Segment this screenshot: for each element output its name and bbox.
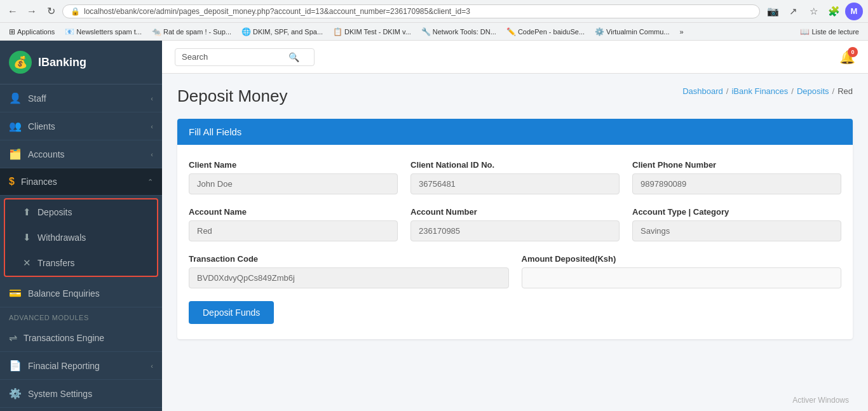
amount-deposited-label: Amount Deposited(Ksh) — [522, 254, 842, 264]
search-box[interactable]: 🔍 — [175, 48, 315, 66]
amount-deposited-input[interactable] — [522, 267, 842, 288]
forward-button[interactable]: → — [24, 4, 39, 19]
finances-chevron-icon: ⌃ — [147, 178, 153, 186]
accounts-icon: 🗂️ — [9, 148, 22, 160]
page-header: Deposit Money Dashboard / iBank Finances… — [177, 86, 853, 106]
client-phone-label: Client Phone Number — [632, 160, 841, 170]
logo-text: IBanking — [38, 56, 86, 69]
sidebar-item-deposits[interactable]: ⬆ Deposits — [5, 199, 157, 225]
client-national-id-group: Client National ID No. — [410, 160, 620, 194]
dkim-icon: 📋 — [333, 27, 342, 36]
bookmark-newsletters[interactable]: 📧 Newsletters spam t... — [61, 26, 146, 37]
breadcrumb-red: Red — [837, 86, 853, 96]
virtualmin-icon: ⚙️ — [595, 27, 604, 36]
form-row-1: Client Name Client National ID No. Clien… — [189, 160, 841, 194]
user-avatar[interactable]: M — [845, 3, 863, 20]
staff-chevron-icon: ‹ — [151, 95, 153, 102]
withdrawals-icon: ⬇ — [23, 232, 31, 243]
account-number-input[interactable] — [410, 220, 620, 241]
sidebar-item-financial-reporting[interactable]: 📄 Finacial Reporting ‹ — [0, 352, 162, 380]
account-name-input[interactable] — [189, 220, 398, 241]
financial-reporting-chevron-icon: ‹ — [151, 362, 153, 370]
notification-badge: 0 — [848, 47, 858, 57]
reading-list-icon: 📖 — [800, 27, 810, 36]
sidebar-item-accounts[interactable]: 🗂️ Accounts ‹ — [0, 140, 162, 168]
form-row-3: Transaction Code Amount Deposited(Ksh) — [189, 254, 841, 288]
sidebar-item-transfers[interactable]: ✕ Transfers — [5, 250, 157, 276]
finances-icon: $ — [9, 176, 15, 187]
url-bar[interactable]: 🔒 localhost/ebank/core/admin/pages_depos… — [62, 4, 760, 18]
deposit-funds-button[interactable]: Deposit Funds — [189, 301, 274, 324]
app-container: 💰 IBanking 👤 Staff ‹ 👥 Clients ‹ 🗂️ Acco — [0, 41, 868, 411]
sidebar-logo: 💰 IBanking — [0, 41, 162, 84]
transaction-code-input[interactable] — [189, 267, 509, 288]
bookmark-virtualmin[interactable]: ⚙️ Virtualmin Commu... — [591, 26, 673, 37]
sidebar-item-system-settings[interactable]: ⚙️ System Settings — [0, 380, 162, 408]
apps-icon: ⊞ — [9, 27, 15, 36]
balance-label: Balance Enquiries — [28, 288, 100, 299]
sidebar: 💰 IBanking 👤 Staff ‹ 👥 Clients ‹ 🗂️ Acco — [0, 41, 162, 411]
finances-submenu: ⬆ Deposits ⬇ Withdrawals ✕ Transfers — [4, 198, 158, 277]
form-row-2: Account Name Account Number Account Type… — [189, 207, 841, 241]
deposits-label: Deposits — [37, 207, 72, 217]
back-button[interactable]: ← — [5, 4, 20, 19]
transactions-engine-label: Transactions Engine — [24, 333, 104, 343]
notification-button[interactable]: 🔔 0 — [839, 50, 855, 65]
lock-icon: 🔒 — [71, 7, 80, 16]
clients-chevron-icon: ‹ — [151, 123, 153, 130]
breadcrumb-ibank-finances[interactable]: iBank Finances — [731, 86, 788, 96]
balance-icon: 💳 — [9, 287, 22, 299]
transfers-label: Transfers — [37, 258, 75, 268]
breadcrumb: Dashboard / iBank Finances / Deposits / … — [682, 86, 853, 96]
bookmark-more[interactable]: » — [676, 27, 688, 37]
top-header: 🔍 🔔 0 — [162, 41, 868, 74]
bookmark-network[interactable]: 🔧 Network Tools: DN... — [417, 26, 500, 37]
bookmark-codepen[interactable]: ✏️ CodePen - baiduSe... — [503, 26, 588, 37]
web-icon: 🌐 — [241, 27, 251, 36]
codepen-icon: ✏️ — [506, 27, 516, 36]
browser-actions: 📷 ↗ ☆ 🧩 M — [764, 3, 863, 20]
client-phone-input[interactable] — [632, 173, 841, 194]
sidebar-item-balance-enquiries[interactable]: 💳 Balance Enquiries — [0, 280, 162, 307]
deposit-card: Fill All Fields Client Name Client Natio… — [177, 119, 853, 339]
bookmark-btn[interactable]: ☆ — [804, 3, 822, 20]
share-btn[interactable]: ↗ — [784, 3, 802, 20]
client-name-input[interactable] — [189, 173, 398, 194]
browser-bar: ← → ↻ 🔒 localhost/ebank/core/admin/pages… — [0, 0, 868, 23]
bookmark-spam[interactable]: 🐀 Rat de spam ! - Sup... — [148, 26, 235, 37]
sidebar-item-staff[interactable]: 👤 Staff ‹ — [0, 84, 162, 112]
staff-icon: 👤 — [9, 92, 22, 104]
transaction-code-label: Transaction Code — [189, 254, 509, 264]
sidebar-item-transactions-engine[interactable]: ⇌ Transactions Engine — [0, 324, 162, 352]
client-phone-group: Client Phone Number — [632, 160, 841, 194]
breadcrumb-dashboard[interactable]: Dashboard — [682, 86, 723, 96]
account-number-group: Account Number — [410, 207, 620, 241]
bookmark-dkim-test[interactable]: 📋 DKIM Test - DKIM v... — [329, 26, 415, 37]
account-number-label: Account Number — [410, 207, 620, 217]
sidebar-item-finances[interactable]: $ Finances ⌃ — [0, 168, 162, 196]
email-icon: 📧 — [65, 27, 74, 36]
system-settings-label: System Settings — [28, 389, 92, 399]
sidebar-item-withdrawals[interactable]: ⬇ Withdrawals — [5, 225, 157, 250]
extensions-btn[interactable]: 🧩 — [825, 3, 843, 20]
accounts-chevron-icon: ‹ — [151, 151, 153, 158]
windows-notice: Activer Windows — [792, 396, 849, 405]
sidebar-item-clients[interactable]: 👥 Clients ‹ — [0, 112, 162, 140]
screenshot-btn[interactable]: 📷 — [764, 3, 782, 20]
client-name-label: Client Name — [189, 160, 398, 170]
spam-icon: 🐀 — [152, 27, 161, 36]
financial-reporting-icon: 📄 — [9, 360, 22, 372]
transaction-code-group: Transaction Code — [189, 254, 509, 288]
main-content: 🔍 🔔 0 Deposit Money Dashboard / iBank Fi… — [162, 41, 868, 411]
url-text: localhost/ebank/core/admin/pages_deposit… — [84, 7, 470, 16]
breadcrumb-deposits[interactable]: Deposits — [797, 86, 829, 96]
bookmark-dkim-spf[interactable]: 🌐 DKIM, SPF, and Spa... — [238, 26, 327, 37]
account-type-input[interactable] — [632, 220, 841, 241]
search-input[interactable] — [182, 52, 283, 62]
refresh-button[interactable]: ↻ — [43, 4, 58, 19]
withdrawals-label: Withdrawals — [37, 232, 86, 243]
financial-reporting-label: Finacial Reporting — [28, 361, 100, 371]
bookmark-reading-list[interactable]: 📖 Liste de lecture — [796, 26, 863, 37]
bookmark-apps[interactable]: ⊞ Applications — [5, 26, 58, 37]
client-national-id-input[interactable] — [410, 173, 620, 194]
